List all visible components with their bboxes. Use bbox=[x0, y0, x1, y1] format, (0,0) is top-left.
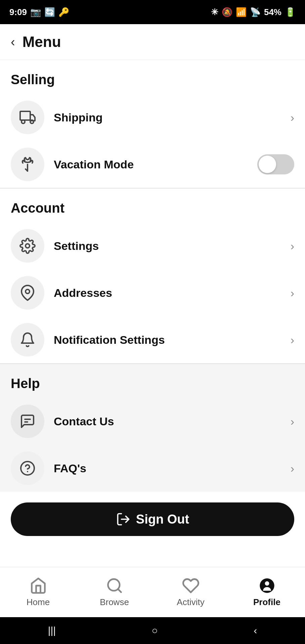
menu-item-settings[interactable]: Settings › bbox=[0, 222, 305, 269]
section-account-header: Account bbox=[0, 189, 305, 222]
section-help-header: Help bbox=[0, 364, 305, 398]
svg-point-3 bbox=[26, 244, 30, 248]
sign-out-icon bbox=[116, 512, 131, 527]
pin-icon bbox=[19, 285, 36, 301]
camera-icon: 📷 bbox=[30, 7, 41, 17]
faqs-chevron: › bbox=[291, 462, 294, 475]
home-icon bbox=[30, 577, 47, 594]
vacation-icon-circle bbox=[11, 148, 44, 181]
activity-nav-label: Activity bbox=[177, 597, 204, 607]
status-left: 9:09 📷 🔄 🔑 bbox=[9, 7, 69, 17]
wifi-icon: 📶 bbox=[236, 7, 247, 17]
page-title: Menu bbox=[23, 34, 61, 50]
settings-label: Settings bbox=[54, 239, 291, 253]
contact-us-chevron: › bbox=[291, 415, 294, 428]
settings-icon-circle bbox=[11, 229, 44, 263]
menu-item-notification-settings[interactable]: Notification Settings › bbox=[0, 316, 305, 363]
sign-out-label: Sign Out bbox=[136, 512, 189, 527]
svg-point-4 bbox=[26, 289, 30, 293]
contact-us-label: Contact Us bbox=[54, 415, 291, 428]
nav-item-activity[interactable]: Activity bbox=[152, 567, 229, 617]
status-right: ✳ 🔕 📶 📡 54% 🔋 bbox=[211, 7, 296, 17]
time: 9:09 bbox=[9, 7, 27, 17]
battery-icon: 🔋 bbox=[285, 7, 296, 17]
settings-chevron: › bbox=[291, 239, 294, 253]
section-selling-header: Selling bbox=[0, 60, 305, 94]
faq-icon-circle bbox=[11, 451, 44, 485]
faqs-label: FAQ's bbox=[54, 462, 291, 475]
question-icon bbox=[19, 460, 36, 476]
bottom-nav: Home Browse Activity Profile bbox=[0, 567, 305, 617]
palm-tree-icon bbox=[19, 156, 36, 172]
vacation-mode-label: Vacation Mode bbox=[54, 158, 257, 171]
scroll-content: Selling Shipping › Vacation Mode bbox=[0, 60, 305, 569]
svg-line-11 bbox=[118, 589, 121, 592]
menu-item-addresses[interactable]: Addresses › bbox=[0, 269, 305, 316]
svg-rect-0 bbox=[20, 111, 30, 120]
menu-item-shipping[interactable]: Shipping › bbox=[0, 94, 305, 141]
svg-point-13 bbox=[265, 581, 269, 586]
shipping-label: Shipping bbox=[54, 111, 291, 124]
shipping-chevron: › bbox=[291, 111, 294, 124]
home-nav-label: Home bbox=[27, 597, 50, 607]
vacation-mode-toggle[interactable] bbox=[257, 154, 294, 174]
profile-icon bbox=[258, 577, 276, 594]
android-system-bar: ||| ○ ‹ bbox=[0, 617, 305, 644]
menu-item-faqs[interactable]: FAQ's › bbox=[0, 445, 305, 492]
svg-point-2 bbox=[30, 120, 34, 123]
svg-point-1 bbox=[21, 120, 25, 123]
contact-icon-circle bbox=[11, 405, 44, 438]
browse-icon bbox=[106, 577, 123, 594]
header: ‹ Menu bbox=[0, 24, 305, 60]
mute-icon: 🔕 bbox=[222, 7, 232, 17]
bluetooth-icon: ✳ bbox=[211, 7, 218, 17]
status-bar: 9:09 📷 🔄 🔑 ✳ 🔕 📶 📡 54% 🔋 bbox=[0, 0, 305, 24]
nav-item-home[interactable]: Home bbox=[0, 567, 76, 617]
addresses-label: Addresses bbox=[54, 286, 291, 300]
android-home-icon[interactable]: ○ bbox=[152, 625, 158, 636]
chat-icon bbox=[19, 413, 36, 429]
activity-icon bbox=[182, 577, 200, 594]
profile-nav-label: Profile bbox=[253, 597, 280, 607]
shipping-icon-circle bbox=[11, 101, 44, 134]
bell-icon bbox=[19, 332, 36, 348]
cast-icon: 🔄 bbox=[44, 7, 55, 17]
notification-settings-chevron: › bbox=[291, 333, 294, 346]
toggle-thumb bbox=[259, 156, 276, 173]
back-button[interactable]: ‹ bbox=[11, 36, 15, 48]
sign-out-button[interactable]: Sign Out bbox=[11, 502, 294, 536]
gear-icon bbox=[19, 238, 36, 254]
truck-icon bbox=[19, 109, 36, 125]
notifications-icon-circle bbox=[11, 323, 44, 357]
nav-item-browse[interactable]: Browse bbox=[76, 567, 152, 617]
android-menu-icon[interactable]: ||| bbox=[48, 625, 56, 636]
sign-out-container: Sign Out bbox=[0, 492, 305, 544]
addresses-chevron: › bbox=[291, 286, 294, 300]
addresses-icon-circle bbox=[11, 276, 44, 310]
browse-nav-label: Browse bbox=[100, 597, 129, 607]
android-back-icon[interactable]: ‹ bbox=[254, 625, 257, 636]
key-icon: 🔑 bbox=[58, 7, 69, 17]
nav-item-profile[interactable]: Profile bbox=[229, 567, 305, 617]
menu-item-contact-us[interactable]: Contact Us › bbox=[0, 398, 305, 445]
battery: 54% bbox=[264, 7, 281, 17]
signal-icon: 📡 bbox=[250, 7, 261, 17]
menu-item-vacation-mode[interactable]: Vacation Mode bbox=[0, 141, 305, 188]
notification-settings-label: Notification Settings bbox=[54, 333, 291, 346]
